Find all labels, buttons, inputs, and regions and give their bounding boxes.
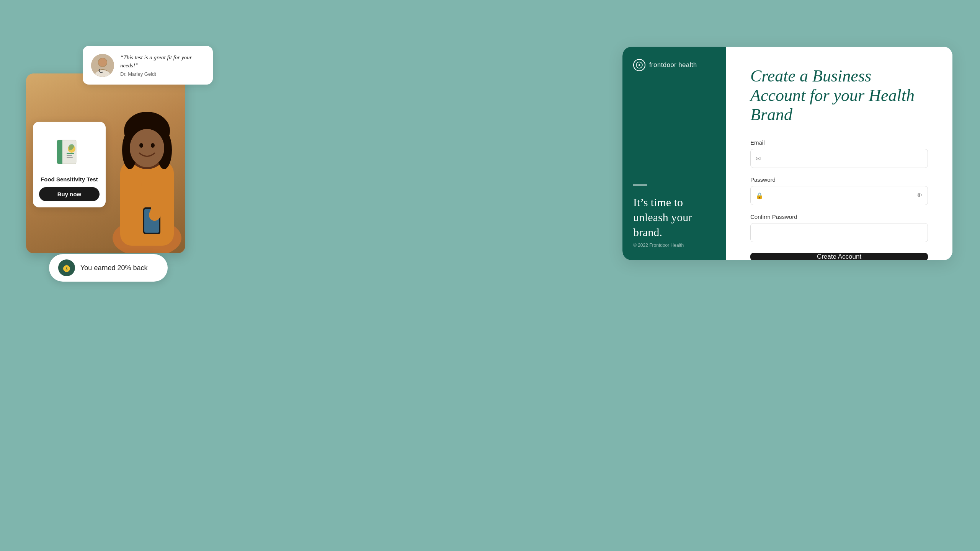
confirm-password-input-wrapper bbox=[750, 223, 928, 242]
doctor-quote-content: “This test is a great fit for your needs… bbox=[120, 54, 204, 77]
logo-area: frontdoor health bbox=[633, 59, 715, 71]
teal-divider bbox=[633, 184, 647, 186]
create-account-button[interactable]: Create Account bbox=[750, 253, 928, 260]
form-section: Create a Business Account for your Healt… bbox=[726, 47, 952, 260]
confirm-password-input[interactable] bbox=[750, 223, 928, 242]
svg-point-13 bbox=[151, 143, 155, 148]
password-label: Password bbox=[750, 176, 928, 183]
svg-point-12 bbox=[139, 143, 143, 148]
email-input[interactable] bbox=[750, 149, 928, 168]
svg-text:$: $ bbox=[66, 267, 68, 271]
svg-point-4 bbox=[98, 58, 107, 67]
teal-tagline: It’s time to unleash your brand. bbox=[633, 195, 715, 240]
cashback-icon: $ bbox=[58, 259, 75, 276]
product-card: Food Sensitivity Test Buy now bbox=[33, 122, 106, 207]
email-label: Email bbox=[750, 139, 928, 146]
cashback-text: You earned 20% back bbox=[80, 264, 147, 272]
doctor-avatar bbox=[91, 54, 114, 77]
product-name: Food Sensitivity Test bbox=[39, 176, 100, 183]
left-decorative-area: “This test is a great fit for your needs… bbox=[26, 46, 214, 291]
teal-footer: © 2022 Frontdoor Health bbox=[633, 243, 715, 248]
buy-now-button[interactable]: Buy now bbox=[39, 187, 100, 201]
confirm-password-form-group: Confirm Password bbox=[750, 214, 928, 242]
logo-text: frontdoor health bbox=[649, 61, 697, 69]
svg-rect-23 bbox=[67, 157, 73, 158]
eye-icon[interactable]: 👁 bbox=[916, 192, 923, 199]
svg-point-11 bbox=[130, 129, 164, 167]
email-form-group: Email ✉ bbox=[750, 139, 928, 168]
password-form-group: Password 🔒 👁 bbox=[750, 176, 928, 205]
logo-icon bbox=[633, 59, 645, 71]
cashback-badge: $ You earned 20% back bbox=[49, 254, 168, 282]
confirm-password-label: Confirm Password bbox=[750, 214, 928, 220]
product-box-image bbox=[53, 134, 86, 167]
doctor-name: Dr. Marley Geidt bbox=[120, 71, 204, 77]
password-input[interactable] bbox=[750, 186, 928, 205]
doctor-quote-text: “This test is a great fit for your needs… bbox=[120, 54, 204, 70]
svg-rect-22 bbox=[67, 155, 72, 156]
main-panel: frontdoor health It’s time to unleash yo… bbox=[622, 47, 952, 260]
product-image-area bbox=[39, 129, 100, 171]
teal-section: frontdoor health It’s time to unleash yo… bbox=[622, 47, 726, 260]
email-input-wrapper: ✉ bbox=[750, 149, 928, 168]
form-title: Create a Business Account for your Healt… bbox=[750, 67, 928, 125]
password-input-wrapper: 🔒 👁 bbox=[750, 186, 928, 205]
svg-rect-19 bbox=[61, 140, 62, 164]
svg-rect-21 bbox=[67, 153, 74, 154]
doctor-quote-card: “This test is a great fit for your needs… bbox=[83, 46, 213, 85]
